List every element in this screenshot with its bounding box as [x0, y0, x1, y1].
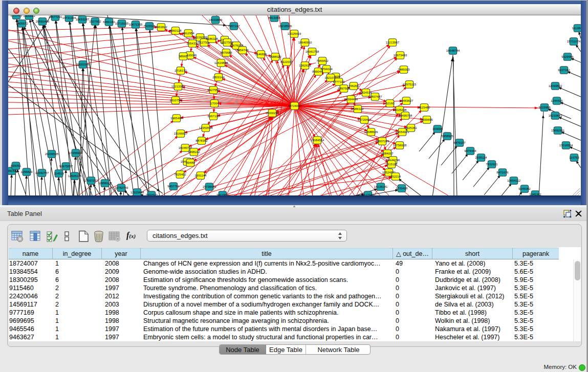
svg-text:8127944: 8127944	[362, 193, 374, 195]
svg-text:18724007: 18724007	[288, 104, 301, 107]
svg-text:20364436: 20364436	[344, 98, 358, 101]
svg-text:99489: 99489	[186, 161, 195, 164]
svg-text:15736485: 15736485	[203, 185, 216, 188]
svg-text:16782759: 16782759	[115, 186, 128, 189]
svg-text:12975115: 12975115	[403, 83, 417, 86]
svg-text:90975857: 90975857	[59, 165, 73, 168]
svg-text:7957227: 7957227	[228, 25, 240, 28]
svg-text:164095: 164095	[432, 127, 443, 130]
svg-text:114519: 114519	[54, 172, 64, 175]
svg-text:8878352: 8878352	[195, 139, 208, 142]
svg-text:7955812: 7955812	[316, 59, 329, 62]
svg-text:19218506: 19218506	[278, 25, 292, 28]
svg-text:3267130: 3267130	[207, 115, 220, 118]
svg-text:1527602: 1527602	[89, 20, 101, 23]
svg-text:20206535: 20206535	[45, 152, 59, 156]
svg-text:9146821: 9146821	[255, 53, 267, 56]
svg-text:7625402: 7625402	[174, 173, 186, 176]
svg-text:6466160: 6466160	[103, 20, 115, 24]
svg-text:10958117: 10958117	[98, 182, 112, 185]
svg-text:9427552: 9427552	[207, 89, 220, 92]
svg-text:16648784: 16648784	[446, 49, 460, 52]
svg-text:1156829: 1156829	[21, 170, 33, 173]
svg-text:1244415: 1244415	[551, 99, 563, 102]
svg-text:6879197: 6879197	[453, 141, 466, 144]
svg-text:16961758: 16961758	[306, 50, 319, 53]
svg-text:14731304: 14731304	[62, 16, 76, 19]
svg-text:1054336: 1054336	[186, 42, 199, 45]
svg-text:16033809: 16033809	[209, 18, 223, 21]
svg-text:9777109: 9777109	[333, 80, 345, 83]
svg-text:19384554: 19384554	[311, 139, 324, 142]
svg-text:1588520: 1588520	[269, 55, 281, 58]
svg-text:2932520: 2932520	[145, 193, 158, 195]
svg-text:18300295: 18300295	[266, 112, 279, 115]
svg-text:9474444: 9474444	[464, 149, 476, 152]
svg-text:6794024: 6794024	[320, 68, 333, 71]
svg-text:12424848: 12424848	[214, 61, 228, 64]
svg-text:19463627: 19463627	[400, 99, 413, 102]
svg-text:12342757: 12342757	[35, 171, 49, 174]
svg-text:8454749: 8454749	[236, 49, 249, 52]
svg-text:9457791: 9457791	[167, 185, 180, 188]
svg-text:8660128: 8660128	[169, 29, 182, 32]
svg-text:10756928: 10756928	[393, 144, 407, 147]
svg-text:1824534: 1824534	[360, 91, 372, 94]
svg-text:1733426: 1733426	[396, 187, 408, 190]
svg-text:1615112: 1615112	[386, 163, 398, 166]
svg-text:12213967: 12213967	[386, 41, 400, 44]
svg-text:17957253: 17957253	[84, 179, 98, 182]
svg-text:98965: 98965	[179, 55, 188, 58]
svg-text:7986322: 7986322	[352, 107, 364, 111]
svg-text:835051: 835051	[11, 164, 21, 167]
svg-text:12093822: 12093822	[549, 84, 562, 87]
svg-text:14136141: 14136141	[374, 185, 388, 188]
svg-text:8186328: 8186328	[206, 37, 218, 40]
svg-text:23053346: 23053346	[76, 63, 90, 66]
svg-text:2718170: 2718170	[175, 69, 187, 72]
svg-text:15720407: 15720407	[358, 118, 372, 121]
svg-text:3215958: 3215958	[538, 106, 551, 109]
svg-text:9699695: 9699695	[421, 118, 433, 121]
svg-text:10719155: 10719155	[115, 22, 129, 25]
svg-text:2185411: 2185411	[11, 15, 23, 17]
svg-text:1405572: 1405572	[16, 22, 28, 25]
svg-text:9115460: 9115460	[419, 106, 431, 109]
svg-text:19577291: 19577291	[49, 15, 62, 18]
svg-text:1362615: 1362615	[299, 64, 311, 67]
svg-text:1045362: 1045362	[529, 193, 541, 195]
svg-text:1025361: 1025361	[405, 126, 417, 129]
svg-text:18807249: 18807249	[376, 140, 389, 143]
svg-text:15692911: 15692911	[551, 129, 565, 132]
svg-text:9329966: 9329966	[561, 55, 574, 58]
svg-text:5958925: 5958925	[441, 135, 453, 138]
svg-text:3875685: 3875685	[220, 51, 232, 54]
svg-text:8813054: 8813054	[268, 16, 280, 19]
svg-text:1112840: 1112840	[572, 27, 581, 30]
svg-text:13325419: 13325419	[288, 32, 301, 35]
svg-text:7485003: 7485003	[398, 68, 410, 71]
svg-text:10807487: 10807487	[368, 95, 382, 98]
svg-text:23495758: 23495758	[399, 114, 412, 117]
svg-text:17016504: 17016504	[559, 144, 573, 147]
svg-text:1965494: 1965494	[170, 117, 183, 120]
svg-text:2935114: 2935114	[475, 156, 488, 159]
svg-text:12505135: 12505135	[68, 174, 82, 178]
svg-text:12213389: 12213389	[171, 85, 185, 88]
svg-text:1905813: 1905813	[23, 15, 35, 17]
svg-text:7632621: 7632621	[486, 163, 498, 166]
svg-text:62160: 62160	[386, 102, 395, 105]
svg-text:23226058: 23226058	[193, 36, 207, 39]
svg-text:8122033: 8122033	[280, 60, 293, 63]
svg-text:116753: 116753	[569, 156, 579, 159]
svg-text:7515526: 7515526	[143, 25, 156, 28]
svg-text:9227342: 9227342	[558, 69, 570, 72]
svg-text:9412907: 9412907	[216, 193, 229, 195]
svg-text:252214: 252214	[390, 175, 401, 178]
svg-text:1691144: 1691144	[195, 174, 207, 177]
svg-text:10025438: 10025438	[393, 108, 407, 112]
svg-text:39154: 39154	[8, 169, 16, 172]
svg-text:10671355: 10671355	[129, 23, 143, 26]
svg-text:746266: 746266	[349, 84, 359, 87]
svg-text:12323448: 12323448	[130, 191, 144, 194]
